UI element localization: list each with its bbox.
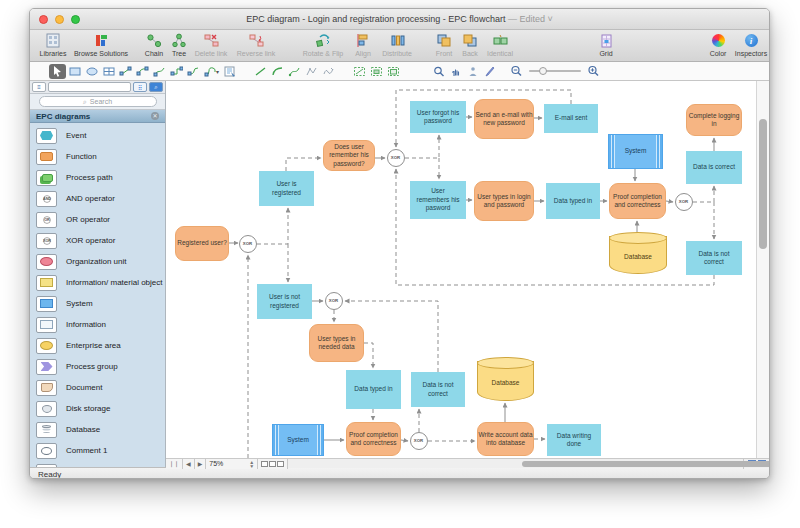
library-filter-field[interactable] [48,82,131,92]
lock-group-tool[interactable] [385,64,402,79]
canvas-node-user-remembers-password[interactable]: User remembers his pasword [410,181,466,219]
canvas-node-xor-2[interactable]: XOR [387,149,405,167]
canvas-node-email-sent[interactable]: E-mail sent [544,104,598,133]
connector[interactable] [257,208,288,244]
canvas-node-system-bottom[interactable]: System [272,424,324,456]
minimize-window-button[interactable] [55,15,64,24]
canvas-node-proof-bottom[interactable]: Proof completion and correctness [346,422,401,456]
line-tool[interactable] [252,64,269,79]
zoom-in-icon[interactable] [587,65,600,77]
zoom-out-icon[interactable] [510,65,523,77]
vertical-scrollbar[interactable] [756,81,769,458]
canvas-node-xor-5[interactable]: XOR [410,432,428,450]
zoom-slider-thumb[interactable] [539,67,547,75]
canvas-node-user-types-login[interactable]: User types in login and password [474,181,534,221]
canvas-node-data-is-correct[interactable]: Data is correct [686,151,742,184]
canvas-node-data-typed-in-bottom[interactable]: Data typed in [346,370,401,409]
canvas-node-does-user-remember[interactable]: Does user remember his password? [323,140,375,171]
library-search-button[interactable]: ⌕ [149,82,163,92]
canvas-node-user-is-not-registered[interactable]: User is not registered [257,284,312,319]
canvas-node-data-writing-done[interactable]: Data writing done [547,424,601,456]
pencil-tool[interactable] [481,64,498,79]
canvas-node-registered-user[interactable]: Registered user? [175,226,229,261]
library-close-icon[interactable]: ✕ [151,112,159,120]
canvas-node-xor-1[interactable]: XOR [239,235,257,253]
toolbar-button-grid[interactable]: Grid [569,32,643,57]
library-item-process-group[interactable]: Process group [30,356,165,377]
canvas-node-send-email[interactable]: Send an e-mail with new password [474,99,534,139]
library-item-enterprise-area[interactable]: Enterprise area [30,335,165,356]
library-item-xor-operator[interactable]: XORXOR operator [30,230,165,251]
freehand-tool[interactable] [320,64,337,79]
library-item-database[interactable]: Database [30,419,165,440]
library-header[interactable]: EPC diagrams ✕ [30,110,165,123]
library-item-information[interactable]: Information [30,314,165,335]
library-grid-view-button[interactable]: ⠿ [133,82,147,92]
zoom-slider-track[interactable] [529,70,581,72]
curve-connector-tool[interactable] [185,64,202,79]
previous-page-button[interactable]: ◀ [183,459,195,469]
close-window-button[interactable] [39,15,48,24]
zoom-tool[interactable] [430,64,447,79]
smart-connector-tool[interactable] [168,64,185,79]
table-tool[interactable] [100,64,117,79]
diagram-canvas[interactable]: Registered user?XORUser is registeredDoe… [166,81,758,458]
library-tree-button[interactable]: ≡ [32,82,46,92]
horizontal-scrollbar-thumb[interactable] [522,461,770,467]
pointer-tool[interactable] [49,64,66,79]
library-item-disk-storage[interactable]: Disk storage [30,398,165,419]
page-view-buttons[interactable] [258,459,288,469]
library-item-comment-2[interactable]: Comment 2 [30,461,165,467]
page-list-button[interactable]: ❘❘ [166,459,183,469]
canvas-node-system-top[interactable]: System [608,134,663,169]
canvas-node-user-forgot-password[interactable]: User forgot his password [410,101,466,133]
canvas-node-xor-3[interactable]: XOR [675,193,693,211]
pan-tool[interactable] [447,64,464,79]
library-item-information-material-object[interactable]: Information/ material object [30,272,165,293]
canvas-node-data-is-not-correct-bottom[interactable]: Data is not correct [411,372,465,407]
connector-dropdown-caret[interactable]: ▾ [216,68,219,75]
spline-tool[interactable] [286,64,303,79]
polyline-tool[interactable] [303,64,320,79]
connector[interactable] [666,201,673,202]
canvas-node-database-bottom[interactable]: Database [477,361,534,401]
next-page-button[interactable]: ▶ [195,459,207,469]
zoom-level-control[interactable]: 75%▲▼ [206,459,258,469]
library-item-process-path[interactable]: Process path [30,167,165,188]
arc-tool[interactable] [269,64,286,79]
canvas-node-user-types-needed-data[interactable]: User types in needed data [309,324,364,362]
canvas-node-proof-top[interactable]: Proof completion and correctness [609,183,666,219]
library-item-organization-unit[interactable]: Organization unit [30,251,165,272]
library-item-function[interactable]: Function [30,146,165,167]
toolbar-button-inspectors[interactable]: iInspectors [714,32,770,57]
library-item-event[interactable]: Event [30,125,165,146]
canvas-node-complete-logging-in[interactable]: Complete logging in [686,104,742,136]
arc-connector-tool[interactable] [134,64,151,79]
canvas-node-xor-4[interactable]: XOR [325,292,343,310]
library-item-comment-1[interactable]: Comment 1 [30,440,165,461]
actor-tool[interactable] [464,64,481,79]
library-item-and-operator[interactable]: ANDAND operator [30,188,165,209]
bezier-connector-tool[interactable] [151,64,168,79]
library-item-system[interactable]: System [30,293,165,314]
connector[interactable] [401,440,408,441]
direct-connector-tool[interactable] [117,64,134,79]
library-item-document[interactable]: Document [30,377,165,398]
search-input[interactable]: ⌕Search [39,96,157,107]
canvas-node-write-account-data[interactable]: Write account data into database [477,422,534,456]
library-item-or-operator[interactable]: OROR operator [30,209,165,230]
connector[interactable] [364,343,373,368]
horizontal-scrollbar[interactable] [288,459,743,469]
toolbar-button-identical[interactable]: Identical [463,32,537,57]
connector[interactable] [286,158,321,171]
canvas-node-data-typed-in-top[interactable]: Data typed in [546,183,600,219]
vertical-scrollbar-thumb[interactable] [759,119,767,249]
ungroup-tool[interactable] [368,64,385,79]
canvas-node-database-top[interactable]: Database [609,236,667,274]
connector[interactable] [405,135,439,158]
canvas-node-data-is-not-correct-top[interactable]: Data is not correct [686,241,742,275]
canvas-node-user-is-registered[interactable]: User is registered [259,171,314,206]
connector[interactable] [693,186,714,202]
zoom-window-button[interactable] [71,15,80,24]
toolbar-button-reverse-link[interactable]: Reverse link [219,32,293,57]
